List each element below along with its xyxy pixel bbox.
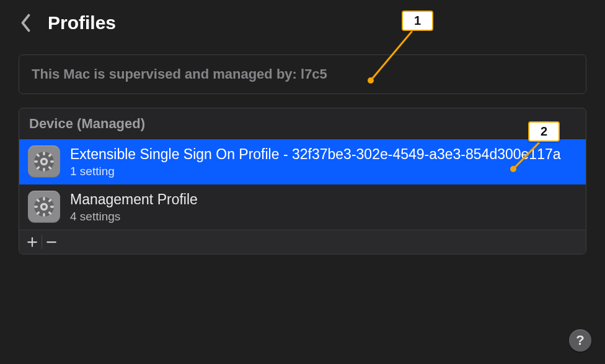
profile-name: Management Profile (70, 191, 577, 209)
svg-rect-14 (43, 213, 45, 217)
svg-point-10 (42, 160, 46, 164)
header-bar: Profiles (0, 0, 605, 40)
help-button[interactable]: ? (569, 329, 591, 352)
svg-rect-4 (34, 161, 38, 163)
remove-profile-button[interactable] (42, 233, 61, 251)
svg-rect-5 (50, 161, 54, 163)
profiles-footer-bar (19, 230, 586, 254)
back-button[interactable] (14, 11, 38, 35)
svg-rect-16 (50, 206, 54, 207)
annotation-badge-2: 2 (528, 121, 560, 142)
profiles-panel: Device (Managed) (19, 108, 586, 254)
gear-icon (28, 191, 60, 223)
plus-icon (27, 236, 38, 248)
device-section-header: Device (Managed) (19, 108, 586, 139)
chevron-left-icon (20, 14, 32, 32)
profile-row-management[interactable]: Management Profile 4 settings (19, 184, 586, 230)
page-title: Profiles (48, 12, 116, 33)
gear-icon (28, 145, 60, 178)
svg-rect-15 (34, 206, 38, 207)
annotation-badge-1: 1 (402, 11, 433, 31)
profile-name: Extensible Single Sign On Profile - 32f3… (70, 145, 577, 163)
svg-rect-13 (43, 197, 45, 201)
supervision-banner: This Mac is supervised and managed by: l… (19, 54, 586, 94)
minus-icon (46, 236, 57, 248)
help-icon: ? (576, 332, 584, 349)
add-profile-button[interactable] (23, 233, 42, 251)
svg-rect-2 (43, 152, 45, 156)
svg-rect-3 (43, 168, 45, 172)
profile-row-sso[interactable]: Extensible Single Sign On Profile - 32f3… (19, 139, 586, 184)
profile-subtitle: 4 settings (70, 210, 577, 223)
svg-point-21 (42, 205, 46, 209)
profile-subtitle: 1 setting (70, 165, 577, 178)
